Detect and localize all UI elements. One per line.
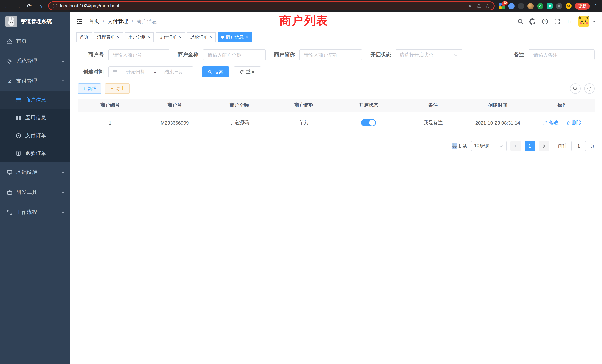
avatar-caret-icon xyxy=(592,19,596,24)
sidebar-item-label: 支付订单 xyxy=(25,132,46,139)
col-merchant-id: 商户编号 xyxy=(78,99,142,112)
extension-blue-icon[interactable] xyxy=(508,3,515,9)
tag-tabs: 首页 流程表单 × 用户分组 × 支付订单 × 退款订单 × xyxy=(70,31,602,43)
sidebar-item-app-info[interactable]: 应用信息 xyxy=(0,109,70,127)
browser-menu-icon[interactable]: ⋮ xyxy=(593,3,598,9)
close-icon[interactable]: × xyxy=(117,35,119,40)
sidebar: 芋道管理系统 首页 系统管理 ¥ 支付管理 xyxy=(0,12,70,364)
browser-home-icon[interactable]: ⌂ xyxy=(37,3,44,9)
tab-refund-order[interactable]: 退款订单 × xyxy=(187,32,216,42)
create-time-range[interactable]: 开始日期 - 结束日期 xyxy=(108,66,194,77)
document-icon xyxy=(16,150,22,156)
close-icon[interactable]: × xyxy=(210,35,213,40)
tab-home[interactable]: 首页 xyxy=(76,32,92,42)
create-time-label: 创建时间 xyxy=(78,69,104,75)
add-button[interactable]: + 新增 xyxy=(78,83,101,94)
user-avatar[interactable] xyxy=(578,16,596,27)
delete-trash-icon xyxy=(566,120,570,125)
tab-process-form[interactable]: 流程表单 × xyxy=(94,32,123,42)
breadcrumb-separator: / xyxy=(103,19,104,24)
fullscreen-icon[interactable] xyxy=(554,18,560,25)
toggle-search-button[interactable] xyxy=(570,83,580,94)
sidebar-item-label: 首页 xyxy=(16,38,27,44)
sidebar-item-workflow[interactable]: 工作流程 xyxy=(0,202,70,222)
page-size-select[interactable]: 10条/页 xyxy=(471,141,507,151)
col-remark: 备注 xyxy=(401,99,466,112)
bookmark-star-icon[interactable]: ☆ xyxy=(485,2,490,10)
search-button[interactable]: 搜索 xyxy=(202,66,229,77)
sidebar-item-merchant-info[interactable]: 商户信息 xyxy=(0,91,70,109)
reset-button[interactable]: 重置 xyxy=(234,66,261,77)
share-icon[interactable] xyxy=(476,3,482,9)
extension-check-icon[interactable]: ✓ xyxy=(537,3,543,9)
cell-remark: 我是备注 xyxy=(401,112,466,134)
export-button[interactable]: 导出 xyxy=(105,83,130,94)
close-icon[interactable]: × xyxy=(179,35,182,40)
sidebar-item-home[interactable]: 首页 xyxy=(0,31,70,51)
app-logo[interactable]: 芋道管理系统 xyxy=(0,12,70,31)
address-bar[interactable]: ⓘ localhost:1024/pay/merchant ☆ xyxy=(48,1,494,10)
sidebar-item-refund-order[interactable]: 退款订单 xyxy=(0,145,70,162)
dashboard-icon xyxy=(7,38,13,44)
profile-extension-icon[interactable] xyxy=(527,3,534,9)
password-key-icon[interactable] xyxy=(468,3,473,9)
browser-back-icon[interactable]: ← xyxy=(4,3,10,9)
full-name-input[interactable] xyxy=(203,49,266,60)
close-icon[interactable]: × xyxy=(246,35,248,40)
breadcrumb-home[interactable]: 首页 xyxy=(89,18,99,25)
refresh-table-button[interactable] xyxy=(584,83,595,94)
sidebar-item-payment[interactable]: ¥ 支付管理 xyxy=(0,71,70,91)
tab-pay-order[interactable]: 支付订单 × xyxy=(156,32,185,42)
col-full-name: 商户全称 xyxy=(207,99,272,112)
close-icon[interactable]: × xyxy=(148,35,150,40)
edit-link[interactable]: 修改 xyxy=(543,119,559,126)
extensions-icon[interactable]: 10 xyxy=(499,3,505,9)
browser-forward-icon[interactable]: → xyxy=(15,3,22,9)
sidebar-fold-icon[interactable] xyxy=(76,18,83,25)
extension-green-square-icon[interactable] xyxy=(547,3,553,9)
merchant-no-label: 商户号 xyxy=(78,52,104,58)
short-name-input[interactable] xyxy=(299,49,362,60)
logo-rabbit-icon xyxy=(5,16,17,27)
site-info-icon[interactable]: ⓘ xyxy=(53,3,57,9)
filter-row-1: 商户号 商户全称 商户简称 开启状态 请选择开启状态 xyxy=(78,49,595,60)
delete-link[interactable]: 删除 xyxy=(566,119,581,126)
tab-user-group[interactable]: 用户分组 × xyxy=(125,32,154,42)
card-icon xyxy=(16,97,22,103)
total-count: 共 1 条 xyxy=(452,142,467,149)
prev-page-button[interactable] xyxy=(510,141,521,151)
browser-reload-icon[interactable]: ⟳ xyxy=(26,3,33,9)
page-number-1[interactable]: 1 xyxy=(525,141,535,151)
breadcrumb-separator: / xyxy=(132,19,133,24)
merchant-no-input[interactable] xyxy=(108,49,169,60)
next-page-button[interactable] xyxy=(539,141,549,151)
extension-dark-icon[interactable] xyxy=(518,3,524,9)
chevron-down-icon xyxy=(499,144,503,148)
sidebar-item-dev-tools[interactable]: 研发工具 xyxy=(0,182,70,202)
sidebar-item-pay-order[interactable]: 支付订单 xyxy=(0,127,70,145)
merchant-table: 商户编号 商户号 商户全称 商户简称 开启状态 备注 创建时间 操作 1 xyxy=(78,99,595,134)
goto-page-input[interactable] xyxy=(571,141,586,151)
help-icon[interactable]: ? xyxy=(542,18,548,25)
sidebar-item-label: 基础设施 xyxy=(16,169,37,176)
page-unit-label: 页 xyxy=(590,142,595,149)
search-icon[interactable] xyxy=(517,18,524,25)
grid-icon xyxy=(16,115,22,121)
status-switch[interactable] xyxy=(361,119,376,126)
remark-input[interactable] xyxy=(529,49,595,60)
browser-update-button[interactable]: 更新 xyxy=(575,2,590,10)
extension-paw-icon[interactable] xyxy=(556,3,562,9)
github-icon[interactable] xyxy=(529,18,536,25)
sidebar-item-infrastructure[interactable]: 基础设施 xyxy=(0,162,70,182)
breadcrumb-payment[interactable]: 支付管理 xyxy=(108,18,128,25)
extensions-area: 10 ✓ 更新 ⋮ xyxy=(499,2,598,10)
tab-merchant-info[interactable]: 商户信息 × xyxy=(218,32,252,42)
download-icon xyxy=(110,86,114,91)
remark-label: 备注 xyxy=(514,52,524,58)
font-size-icon[interactable]: TT xyxy=(566,18,573,25)
status-select[interactable]: 请选择开启状态 xyxy=(396,49,462,60)
svg-text:T: T xyxy=(567,19,570,24)
sidebar-item-system[interactable]: 系统管理 xyxy=(0,51,70,71)
chevron-down-icon xyxy=(61,210,65,215)
extension-emoji-icon[interactable] xyxy=(566,3,572,9)
